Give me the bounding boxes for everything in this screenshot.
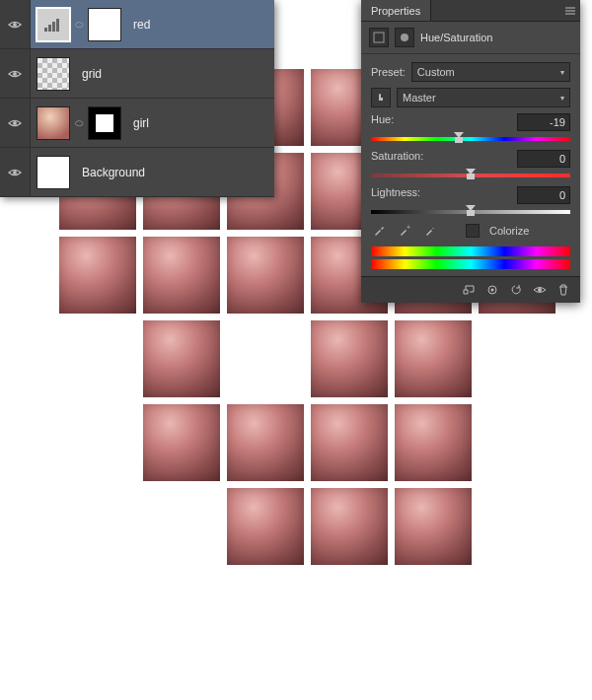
svg-rect-3 bbox=[52, 22, 55, 32]
svg-point-0 bbox=[13, 23, 17, 27]
panel-menu-button[interactable] bbox=[560, 0, 580, 21]
adjustment-icon bbox=[369, 28, 389, 47]
targeted-adjustment-tool[interactable] bbox=[371, 88, 391, 107]
delete-adjustment-button[interactable] bbox=[553, 281, 574, 299]
reset-button[interactable] bbox=[505, 281, 527, 299]
mosaic-tile bbox=[311, 404, 388, 481]
svg-text:+: + bbox=[407, 224, 410, 231]
layer-row[interactable]: ⬭red bbox=[0, 0, 274, 49]
mosaic-tile bbox=[227, 237, 304, 314]
layer-visibility-toggle[interactable] bbox=[0, 99, 31, 147]
svg-point-5 bbox=[13, 72, 17, 76]
eyedropper-icon[interactable] bbox=[371, 223, 387, 239]
colorize-label: Colorize bbox=[489, 225, 529, 237]
layer-name[interactable]: girl bbox=[133, 116, 149, 130]
preset-value: Custom bbox=[417, 66, 455, 78]
link-mask-icon[interactable]: ⬭ bbox=[73, 117, 85, 129]
eye-icon bbox=[8, 116, 22, 130]
mosaic-tile bbox=[143, 320, 220, 397]
layer-row[interactable]: grid bbox=[0, 49, 274, 99]
properties-tab-bar: Properties bbox=[361, 0, 580, 22]
mosaic-tile bbox=[479, 320, 555, 397]
mosaic-tile bbox=[311, 320, 388, 397]
svg-rect-4 bbox=[56, 19, 59, 32]
layer-thumbnail[interactable] bbox=[88, 8, 121, 41]
layer-row[interactable]: Background bbox=[0, 148, 274, 197]
mosaic-tile bbox=[395, 488, 472, 565]
layer-row[interactable]: ⬭girl bbox=[0, 99, 274, 148]
adjustment-header: Hue/Saturation bbox=[361, 22, 580, 54]
lightness-value-input[interactable]: 0 bbox=[517, 186, 570, 204]
mosaic-tile bbox=[143, 237, 220, 314]
eye-icon bbox=[8, 18, 22, 32]
mosaic-tile bbox=[59, 488, 136, 565]
lightness-label: Lightness: bbox=[371, 186, 420, 204]
saturation-label: Saturation: bbox=[371, 150, 423, 168]
mosaic-tile bbox=[311, 488, 388, 565]
layer-thumbnails: ⬭ bbox=[37, 106, 121, 140]
layers-panel: ⬭redgrid⬭girlBackground bbox=[0, 0, 274, 197]
layer-thumbnail[interactable] bbox=[88, 106, 121, 140]
clip-to-layer-button[interactable] bbox=[458, 281, 480, 299]
colorize-checkbox[interactable] bbox=[466, 224, 480, 238]
svg-rect-2 bbox=[48, 25, 51, 32]
saturation-slider[interactable] bbox=[371, 171, 570, 178]
layer-visibility-toggle[interactable] bbox=[0, 49, 31, 98]
mosaic-tile bbox=[59, 404, 136, 481]
layer-thumbnails bbox=[37, 57, 70, 91]
color-range-value: Master bbox=[403, 92, 436, 104]
chevron-down-icon: ▾ bbox=[560, 94, 564, 103]
saturation-slider-block: Saturation: 0 bbox=[371, 150, 570, 178]
hue-value-input[interactable]: -19 bbox=[517, 113, 570, 131]
spectrum-output bbox=[371, 259, 570, 269]
svg-rect-1 bbox=[44, 28, 47, 32]
layer-thumbnails bbox=[37, 156, 70, 189]
svg-point-12 bbox=[401, 34, 408, 41]
lightness-slider[interactable] bbox=[371, 207, 570, 215]
layer-name[interactable]: Background bbox=[82, 166, 145, 179]
hue-slider-handle[interactable] bbox=[454, 132, 464, 144]
mosaic-tile bbox=[479, 404, 555, 481]
layer-name[interactable]: grid bbox=[82, 67, 102, 81]
mosaic-tile bbox=[479, 488, 555, 565]
svg-point-6 bbox=[13, 121, 17, 125]
svg-rect-11 bbox=[374, 33, 384, 42]
saturation-value-input[interactable]: 0 bbox=[517, 150, 570, 168]
color-range-dropdown[interactable]: Master ▾ bbox=[397, 88, 570, 107]
layer-thumbnail[interactable] bbox=[37, 156, 70, 189]
lightness-slider-handle[interactable] bbox=[466, 205, 476, 217]
mosaic-tile bbox=[59, 320, 136, 397]
mosaic-tile bbox=[143, 404, 220, 481]
hue-label: Hue: bbox=[371, 113, 394, 131]
svg-point-16 bbox=[491, 289, 494, 292]
hue-slider[interactable] bbox=[371, 134, 570, 142]
mask-icon bbox=[395, 28, 414, 47]
spectrum-input bbox=[371, 246, 570, 256]
link-mask-icon[interactable]: ⬭ bbox=[73, 19, 85, 31]
eye-icon bbox=[8, 67, 22, 81]
saturation-slider-handle[interactable] bbox=[466, 169, 476, 180]
mosaic-tile bbox=[395, 320, 472, 397]
layer-thumbnail[interactable] bbox=[37, 57, 70, 91]
hue-slider-block: Hue: -19 bbox=[371, 113, 570, 142]
layer-name[interactable]: red bbox=[133, 18, 150, 32]
eyedropper-subtract-icon[interactable]: - bbox=[422, 223, 438, 239]
view-previous-state-button[interactable] bbox=[481, 281, 503, 299]
toggle-visibility-button[interactable] bbox=[529, 281, 551, 299]
layer-visibility-toggle[interactable] bbox=[0, 148, 31, 196]
tab-properties[interactable]: Properties bbox=[361, 0, 431, 21]
chevron-down-icon: ▾ bbox=[560, 68, 564, 77]
eyedropper-add-icon[interactable]: + bbox=[397, 223, 412, 239]
properties-panel: Properties Hue/Saturation Preset: Custom… bbox=[361, 0, 580, 303]
properties-footer bbox=[361, 276, 580, 303]
layer-visibility-toggle[interactable] bbox=[0, 0, 31, 48]
mosaic-tile bbox=[227, 404, 304, 481]
preset-dropdown[interactable]: Custom ▾ bbox=[411, 62, 570, 82]
mosaic-tile bbox=[227, 320, 304, 397]
mosaic-tile bbox=[59, 237, 136, 314]
svg-text:-: - bbox=[432, 224, 435, 231]
lightness-slider-block: Lightness: 0 bbox=[371, 186, 570, 215]
layer-thumbnail[interactable] bbox=[37, 8, 70, 41]
layer-thumbnail[interactable] bbox=[37, 106, 70, 140]
adjustment-title: Hue/Saturation bbox=[420, 32, 492, 43]
